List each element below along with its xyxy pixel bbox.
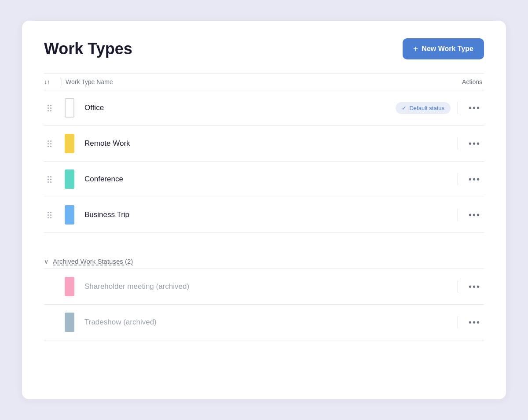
more-actions-button-remote[interactable]: ••• [465,137,484,151]
table-header: ↓↑ Work Type Name Actions [44,74,484,90]
three-dots-icon: ••• [469,139,480,149]
work-type-name-business-trip: Business Trip [84,210,458,219]
work-type-icon-tradeshow [61,311,78,334]
more-actions-button-business-trip[interactable]: ••• [465,208,484,222]
archived-section: ∨ Archived Work Statuses (2) Shareholder… [44,258,484,340]
drag-handle[interactable] [44,212,55,218]
more-actions-button-conference[interactable]: ••• [465,173,484,186]
row-divider [458,280,458,293]
main-card: Work Types + New Work Type ↓↑ Work Type … [22,21,506,399]
row-divider [458,137,458,150]
archived-section-title[interactable]: Archived Work Statuses (2) [53,258,133,265]
column-header-name: Work Type Name [62,78,440,85]
drag-handle[interactable] [44,140,55,147]
three-dots-icon: ••• [469,174,480,184]
table-row: Shareholder meeting (archived) ••• [44,269,484,305]
more-actions-button-tradeshow[interactable]: ••• [465,316,484,329]
sort-icon[interactable]: ↓↑ [44,78,60,85]
check-icon: ✓ [402,105,407,111]
work-type-name-remote: Remote Work [84,139,458,148]
three-dots-icon: ••• [469,282,480,292]
row-divider [458,316,458,328]
archived-rows: Shareholder meeting (archived) ••• Tra [44,269,484,340]
column-header-actions: Actions [440,78,484,85]
new-work-type-button[interactable]: + New Work Type [403,38,484,59]
spacer [44,233,484,243]
work-type-icon-office [61,96,78,119]
drag-handle[interactable] [44,176,55,183]
three-dots-icon: ••• [469,210,480,220]
table-row: Tradeshow (archived) ••• [44,305,484,340]
three-dots-icon: ••• [469,103,480,113]
work-type-name-conference: Conference [84,175,458,184]
work-type-icon-remote [61,132,78,155]
work-type-name-tradeshow: Tradeshow (archived) [84,318,458,327]
row-divider [458,173,458,185]
archived-section-header: ∨ Archived Work Statuses (2) [44,258,484,265]
default-status-label: Default status [409,105,444,111]
drag-handle[interactable] [44,105,55,111]
row-divider [458,209,458,221]
table-row: Remote Work ••• [44,126,484,162]
plus-icon: + [413,44,418,53]
row-divider [458,102,458,114]
new-work-type-label: New Work Type [422,45,473,53]
page-header: Work Types + New Work Type [44,38,484,59]
three-dots-icon: ••• [469,317,480,328]
work-type-icon-conference [61,168,78,191]
work-type-icon-business-trip [61,203,78,226]
chevron-down-icon: ∨ [44,258,48,265]
more-actions-button-office[interactable]: ••• [465,101,484,115]
work-type-icon-shareholder [61,275,78,298]
table-row: Business Trip ••• [44,197,484,233]
work-type-name-office: Office [84,103,396,112]
default-status-badge: ✓ Default status [396,102,451,114]
table-row: Office ✓ Default status ••• [44,90,484,126]
page-title: Work Types [44,40,132,58]
work-type-name-shareholder: Shareholder meeting (archived) [84,282,458,291]
table-row: Conference ••• [44,162,484,197]
more-actions-button-shareholder[interactable]: ••• [465,280,484,294]
